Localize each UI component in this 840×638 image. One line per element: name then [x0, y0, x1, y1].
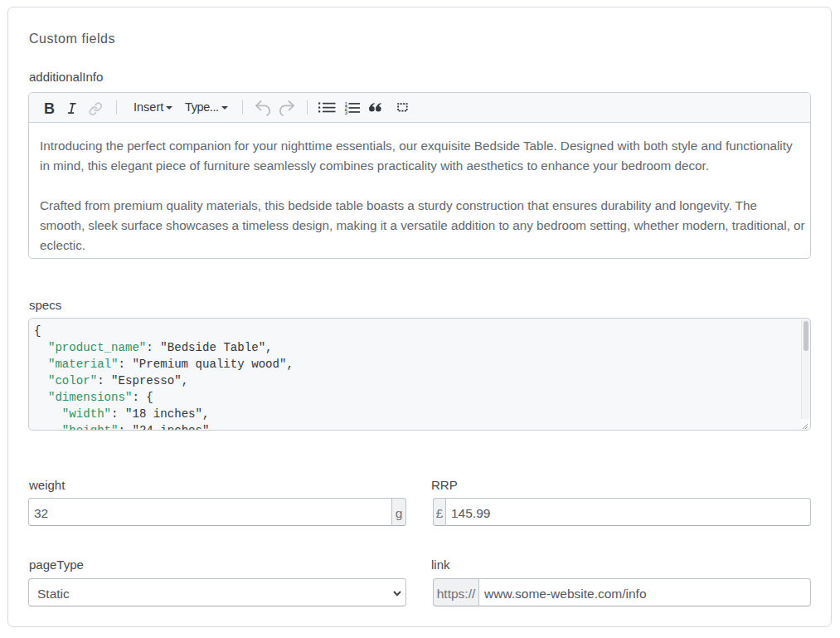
svg-text:3: 3 [344, 109, 347, 114]
